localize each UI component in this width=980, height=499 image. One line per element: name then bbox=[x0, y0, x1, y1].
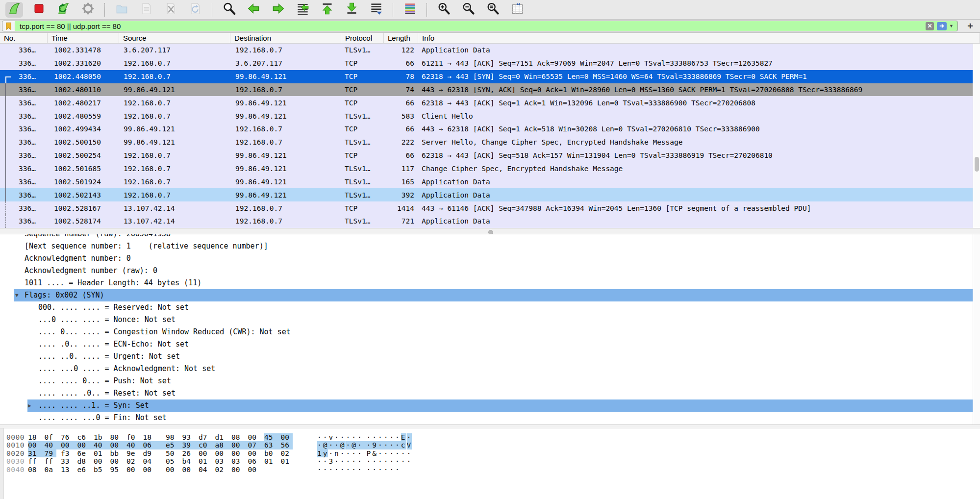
hex-byte[interactable]: 39 bbox=[182, 441, 199, 449]
hex-ascii-char[interactable]: · bbox=[323, 457, 328, 465]
hex-byte[interactable]: 56 bbox=[281, 441, 293, 449]
hex-ascii-char[interactable]: · bbox=[395, 441, 401, 449]
hex-ascii-char[interactable]: P bbox=[367, 449, 372, 457]
hex-byte[interactable]: 00 bbox=[231, 441, 248, 449]
hex-byte[interactable]: 00 bbox=[61, 441, 77, 449]
hex-ascii-char[interactable]: · bbox=[384, 457, 389, 465]
hex-ascii-char[interactable]: · bbox=[346, 466, 351, 474]
packet-list-scrollbar[interactable] bbox=[973, 44, 980, 228]
hex-ascii-char[interactable]: · bbox=[317, 433, 322, 441]
hex-ascii-char[interactable]: · bbox=[378, 466, 383, 474]
hex-byte[interactable]: f0 bbox=[126, 433, 138, 441]
hex-byte[interactable]: 03 bbox=[231, 457, 243, 465]
hex-ascii-char[interactable]: · bbox=[340, 449, 345, 457]
hex-ascii-char[interactable]: · bbox=[395, 449, 400, 457]
hex-pane-splitter[interactable] bbox=[0, 424, 980, 428]
column-header-length[interactable]: Length bbox=[384, 33, 418, 43]
hex-byte[interactable]: d9 bbox=[143, 449, 155, 457]
packet-row[interactable]: 336…1002.502143192.168.0.799.86.49.121TL… bbox=[0, 188, 973, 201]
detail-row[interactable]: .... .0.. .... = ECN-Echo: Not set bbox=[0, 338, 973, 350]
start-capture-button[interactable] bbox=[5, 2, 23, 18]
hex-byte[interactable]: 00 bbox=[248, 466, 260, 474]
packet-row[interactable]: 336…1002.501685192.168.0.799.86.49.121TL… bbox=[0, 162, 973, 175]
hex-ascii-char[interactable]: · bbox=[367, 457, 372, 465]
detail-row[interactable]: 1011 .... = Header Length: 44 bytes (11) bbox=[0, 277, 973, 289]
hex-ascii-char[interactable]: V bbox=[407, 441, 412, 449]
column-header-destination[interactable]: Destination bbox=[230, 33, 341, 43]
hex-byte[interactable]: 0a bbox=[45, 466, 56, 474]
hex-ascii-char[interactable]: · bbox=[357, 466, 362, 474]
hex-byte[interactable]: f3 bbox=[61, 449, 73, 457]
hex-ascii-char[interactable]: · bbox=[378, 433, 383, 441]
hex-ascii-char[interactable]: · bbox=[357, 441, 367, 449]
hex-byte[interactable]: 9e bbox=[126, 449, 138, 457]
go-to-top-button[interactable] bbox=[318, 2, 336, 18]
hex-byte[interactable]: 18 bbox=[143, 433, 155, 441]
hex-ascii-char[interactable]: · bbox=[384, 441, 390, 449]
filter-dropdown-caret[interactable]: ▼ bbox=[949, 24, 954, 28]
hex-ascii-char[interactable]: · bbox=[384, 466, 389, 474]
packet-row[interactable]: 336…1002.49943499.86.49.121192.168.0.7TC… bbox=[0, 123, 973, 136]
hex-ascii-char[interactable]: · bbox=[340, 433, 345, 441]
hex-ascii-char[interactable]: · bbox=[352, 449, 356, 457]
hex-ascii-char[interactable]: · bbox=[378, 449, 383, 457]
display-filter-input[interactable]: tcp.port == 80 || udp.port == 80 ✕ ▼ bbox=[2, 21, 958, 31]
pane-splitter[interactable] bbox=[0, 228, 980, 234]
hex-byte[interactable]: 00 bbox=[182, 466, 194, 474]
hex-ascii-char[interactable]: · bbox=[389, 449, 394, 457]
filter-bookmark-icon[interactable] bbox=[2, 21, 15, 31]
hex-ascii-char[interactable]: · bbox=[357, 457, 362, 465]
hex-ascii-char[interactable]: · bbox=[395, 433, 400, 441]
hex-byte[interactable]: 0f bbox=[45, 433, 56, 441]
packet-row[interactable]: 336…1002.3314783.6.207.117192.168.0.7TLS… bbox=[0, 44, 973, 57]
hex-byte[interactable]: 33 bbox=[61, 457, 73, 465]
hex-byte[interactable]: 02 bbox=[281, 449, 293, 457]
detail-row[interactable]: [Next sequence number: 1 (relative seque… bbox=[0, 240, 973, 252]
hex-ascii-char[interactable]: · bbox=[378, 457, 383, 465]
packet-row[interactable]: 336…1002.331620192.168.0.73.6.207.117TCP… bbox=[0, 57, 973, 70]
column-header-time[interactable]: Time bbox=[48, 33, 119, 43]
hex-ascii-char[interactable]: · bbox=[372, 457, 377, 465]
hex-byte[interactable]: 80 bbox=[110, 433, 122, 441]
hex-ascii-char[interactable]: · bbox=[407, 457, 412, 465]
hex-byte[interactable]: 04 bbox=[199, 466, 210, 474]
hex-byte[interactable]: 26 bbox=[182, 449, 194, 457]
go-to-bottom-button[interactable] bbox=[343, 2, 360, 18]
go-back-button[interactable] bbox=[245, 2, 262, 18]
hex-ascii-char[interactable]: · bbox=[357, 433, 362, 441]
hex-ascii-char[interactable]: · bbox=[407, 449, 412, 457]
hex-byte[interactable]: 18 bbox=[28, 433, 40, 441]
hex-byte[interactable]: 63 bbox=[264, 441, 281, 449]
stop-capture-button[interactable] bbox=[30, 2, 48, 18]
hex-ascii-char[interactable]: · bbox=[328, 449, 333, 457]
open-file-button[interactable] bbox=[113, 2, 130, 18]
hex-byte[interactable]: 79 bbox=[45, 449, 56, 457]
hex-byte[interactable]: 40 bbox=[45, 441, 61, 449]
hex-byte[interactable]: b5 bbox=[94, 466, 105, 474]
hex-ascii-char[interactable]: · bbox=[346, 449, 351, 457]
restart-capture-button[interactable] bbox=[54, 2, 72, 18]
hex-ascii-char[interactable]: E bbox=[401, 433, 407, 441]
detail-row[interactable]: .... .... .0.. = Reset: Not set bbox=[0, 387, 973, 399]
hex-ascii-char[interactable]: v bbox=[328, 433, 333, 441]
hex-byte[interactable]: 95 bbox=[110, 466, 122, 474]
column-header-protocol[interactable]: Protocol bbox=[341, 33, 384, 43]
hex-ascii-char[interactable]: · bbox=[346, 441, 352, 449]
packet-row[interactable]: 336…1002.50015099.86.49.121192.168.0.7TL… bbox=[0, 136, 973, 149]
detail-row[interactable]: .... .... 0... = Push: Not set bbox=[0, 375, 973, 387]
detail-row[interactable]: Acknowledgment number (raw): 0 bbox=[0, 265, 973, 277]
hex-byte[interactable]: 98 bbox=[166, 433, 177, 441]
hex-ascii-char[interactable]: · bbox=[367, 441, 373, 449]
go-to-packet-button[interactable] bbox=[294, 2, 311, 18]
zoom-out-button[interactable] bbox=[459, 2, 477, 18]
resize-columns-button[interactable] bbox=[508, 2, 526, 18]
hex-ascii-char[interactable]: · bbox=[389, 441, 395, 449]
hex-byte[interactable]: d1 bbox=[215, 433, 227, 441]
hex-ascii-char[interactable]: · bbox=[317, 457, 322, 465]
packet-row[interactable]: 336…1002.480217192.168.0.799.86.49.121TC… bbox=[0, 96, 973, 109]
detail-row[interactable]: ...0 .... .... = Nonce: Not set bbox=[0, 314, 973, 326]
hex-ascii-char[interactable]: · bbox=[328, 441, 334, 449]
hex-byte[interactable]: 00 bbox=[28, 441, 45, 449]
hex-ascii-char[interactable]: · bbox=[384, 449, 389, 457]
hex-ascii-char[interactable]: · bbox=[401, 449, 406, 457]
